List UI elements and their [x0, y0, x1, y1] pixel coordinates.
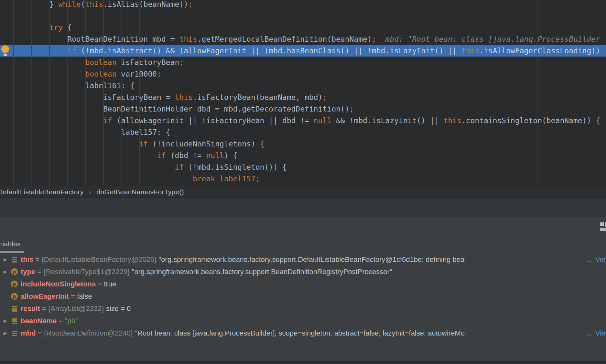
variable-text: allowEagerInit = false: [21, 292, 92, 300]
layout-panels-icon[interactable]: [600, 220, 606, 231]
code-keyword: this: [179, 35, 197, 43]
indent-guide-segment: [49, 45, 50, 57]
code-text: [14, 23, 49, 32]
code-text: [14, 116, 103, 125]
equals-sign: =: [40, 305, 48, 313]
code-line: break label157;: [0, 173, 606, 185]
parameter-icon: p: [11, 268, 18, 275]
code-keyword: this: [443, 116, 461, 125]
code-text: (dbd !=: [166, 151, 206, 160]
code-line: boolean var10000;: [0, 68, 606, 80]
variable-name: beanName: [21, 317, 57, 325]
code-line: boolean isFactoryBean;: [0, 57, 606, 68]
code-text: (!mbd.isAbstract() && (allowEagerInit ||…: [76, 47, 461, 55]
variable-name: includeNonSingletons: [21, 280, 96, 288]
code-line: if (dbd != null) {: [0, 150, 606, 161]
variable-value-str: "Root bean: class [java.lang.ProcessBuil…: [135, 329, 465, 337]
code-keyword: if: [103, 116, 112, 125]
breadcrumb: DefaultListableBeanFactory › doGetBeanNa…: [0, 186, 606, 198]
code-text: [14, 70, 85, 78]
parameter-icon: p: [11, 293, 18, 300]
tab-variables[interactable]: Variables: [0, 240, 21, 248]
code-line: BeanDefinitionHolder dbd = mbd.getDecora…: [0, 103, 606, 115]
variable-row-result[interactable]: result = {ArrayList@2232} size = 0: [0, 303, 606, 315]
equals-sign: =: [96, 280, 104, 288]
code-text: .containsSingleton(beanName)) {: [461, 116, 600, 125]
variable-name: this: [21, 255, 33, 263]
breadcrumb-method[interactable]: doGetBeanNamesForType(): [96, 188, 184, 196]
view-value-link[interactable]: … View: [584, 327, 606, 339]
equals-sign: =: [35, 268, 43, 276]
code-keyword: if: [175, 163, 184, 171]
variable-value-val: false: [77, 292, 92, 300]
debug-toolbar: ⚙: [0, 198, 606, 217]
code-editor[interactable]: } while(this.isAlias(beanName)); try { R…: [0, 0, 606, 186]
code-keyword: this: [175, 93, 193, 102]
code-keyword: if: [67, 47, 76, 55]
code-keyword: ;: [179, 58, 184, 67]
intention-lightbulb-icon[interactable]: [1, 45, 11, 57]
code-text: .isFactoryBean(beanName, mbd): [193, 93, 323, 102]
code-text: ) {: [224, 151, 238, 160]
code-text: (: [81, 0, 85, 8]
variable-name: type: [21, 268, 35, 276]
variable-value-str: "org.springframework.beans.factory.suppo…: [132, 268, 392, 276]
parameter-icon: p: [11, 281, 18, 287]
code-keyword: ;: [322, 93, 327, 102]
code-text: label161: {: [14, 81, 135, 90]
code-text: [14, 47, 67, 55]
variable-value-grn: "pb": [65, 317, 78, 325]
variable-row-includeNonSingletons[interactable]: pincludeNonSingletons = true: [0, 278, 606, 290]
variable-row-beanName[interactable]: ▶beanName = "pb": [0, 315, 606, 327]
code-text: BeanDefinitionHolder dbd = mbd.getDecora…: [14, 105, 350, 113]
indent-guide-segment: [31, 45, 32, 57]
expand-arrow-icon[interactable]: ▶: [2, 253, 8, 266]
variable-row-allowEagerInit[interactable]: pallowEagerInit = false: [0, 290, 606, 303]
code-keyword: boolean: [85, 58, 117, 67]
variable-value-ref: {DefaultListableBeanFactory@2026}: [41, 255, 158, 263]
code-line: RootBeanDefinition mbd = this.getMergedL…: [0, 33, 606, 45]
variable-value-ref: {ArrayList@2232}: [48, 305, 106, 313]
variable-name: allowEagerInit: [21, 292, 69, 300]
code-keyword: null: [206, 151, 224, 160]
variables-scrollbar[interactable]: [0, 251, 24, 253]
variable-row-this[interactable]: ▶this = {DefaultListableBeanFactory@2026…: [0, 253, 606, 266]
variable-text: includeNonSingletons = true: [21, 280, 116, 288]
variable-text: type = {ResolvableType$1@2229} "org.spri…: [21, 268, 392, 276]
variable-row-type[interactable]: ▶ptype = {ResolvableType$1@2229} "org.sp…: [0, 266, 606, 278]
code-keyword: break: [193, 175, 215, 183]
code-keyword: ;: [188, 0, 193, 8]
code-keyword: null: [314, 116, 331, 125]
code-text: && !mbd.isLazyInit() ||: [331, 116, 443, 125]
code-text: (!includeNonSingletons) {: [148, 140, 264, 148]
code-keyword: try: [49, 23, 63, 32]
code-keyword: this: [85, 0, 103, 8]
variable-text: mbd = {RootBeanDefinition@2240} "Root be…: [21, 329, 465, 337]
code-keyword: label157;: [220, 175, 260, 183]
breadcrumb-separator-icon: ›: [89, 188, 92, 196]
expand-arrow-icon[interactable]: ▶: [2, 327, 8, 339]
variable-value-ref: {ResolvableType$1@2229}: [43, 268, 132, 276]
panel-divider: [0, 237, 606, 237]
variable-row-mbd[interactable]: ▶mbd = {RootBeanDefinition@2240} "Root b…: [0, 327, 606, 339]
code-keyword: ;: [157, 70, 161, 78]
execution-line: if (!mbd.isAbstract() && (allowEagerInit…: [0, 45, 606, 57]
variable-value-str: "org.springframework.beans.factory.suppo…: [159, 255, 465, 263]
code-line: label157: {: [0, 126, 606, 138]
code-text: isFactoryBean =: [14, 93, 175, 102]
code-text: }: [14, 0, 58, 8]
variables-tree: ▶this = {DefaultListableBeanFactory@2026…: [0, 253, 606, 339]
expand-arrow-icon[interactable]: ▶: [2, 266, 8, 278]
expand-arrow-icon[interactable]: ▶: [2, 315, 8, 327]
breadcrumb-class[interactable]: DefaultListableBeanFactory: [0, 188, 84, 196]
variable-value-val: true: [104, 280, 116, 288]
code-text: .getMergedLocalBeanDefinition(beanName): [197, 35, 372, 43]
equals-sign: =: [36, 329, 44, 337]
code-text: [215, 175, 220, 183]
variable-value-ref: {RootBeanDefinition@2240}: [44, 329, 135, 337]
view-value-link[interactable]: … View: [584, 253, 606, 266]
code-lines: } while(this.isAlias(beanName)); try { R…: [0, 0, 606, 185]
code-line: isFactoryBean = this.isFactoryBean(beanN…: [0, 91, 606, 103]
variable-value-val: size = 0: [106, 305, 131, 313]
code-text: label157: {: [14, 128, 170, 136]
